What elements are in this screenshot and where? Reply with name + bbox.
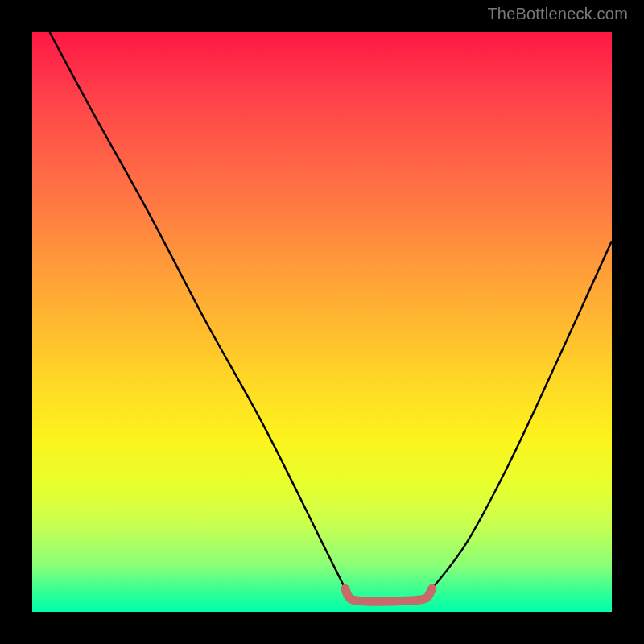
chart-svg — [32, 32, 612, 612]
watermark-label: TheBottleneck.com — [487, 5, 628, 23]
bottleneck-curve-right — [429, 241, 612, 592]
chart-area — [32, 32, 612, 612]
valley-marker — [345, 588, 432, 601]
bottleneck-curve-left — [50, 32, 348, 592]
